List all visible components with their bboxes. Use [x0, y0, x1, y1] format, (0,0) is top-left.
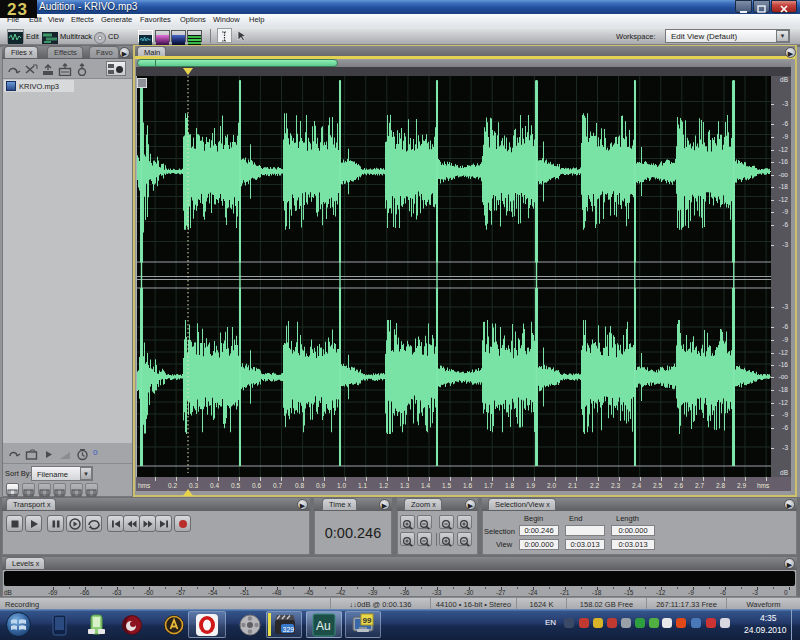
svg-text:Au: Au [316, 619, 331, 633]
svg-text:329: 329 [283, 626, 295, 633]
svg-text:99: 99 [363, 616, 372, 625]
